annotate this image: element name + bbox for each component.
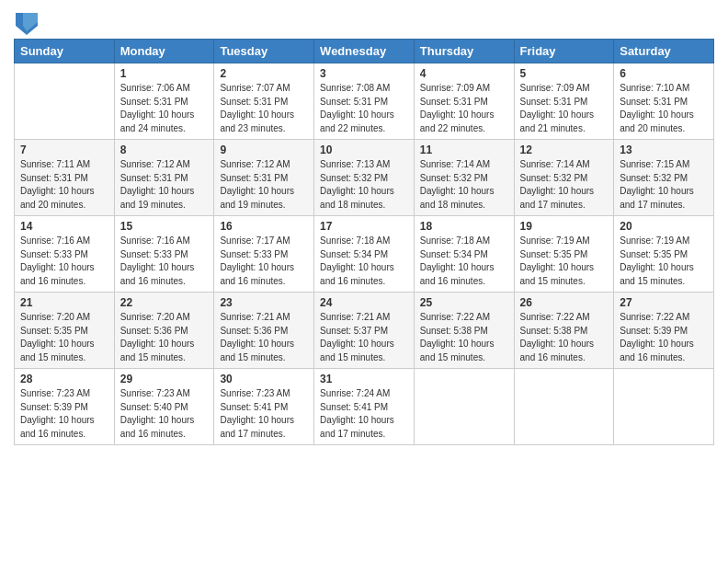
day-info: Sunrise: 7:09 AM Sunset: 5:31 PM Dayligh… [520,82,609,135]
week-row-3: 14Sunrise: 7:16 AM Sunset: 5:33 PM Dayli… [15,216,714,293]
day-info: Sunrise: 7:13 AM Sunset: 5:32 PM Dayligh… [320,158,408,212]
weekday-header-tuesday: Tuesday [214,40,314,63]
day-info: Sunrise: 7:09 AM Sunset: 5:31 PM Dayligh… [420,82,508,135]
day-info: Sunrise: 7:06 AM Sunset: 5:31 PM Dayligh… [120,82,209,135]
calendar-cell [15,63,115,140]
day-number: 16 [220,220,308,233]
day-number: 28 [20,373,108,385]
weekday-header-wednesday: Wednesday [314,40,415,63]
calendar-cell: 2Sunrise: 7:07 AM Sunset: 5:31 PM Daylig… [214,63,314,140]
calendar-cell: 9Sunrise: 7:12 AM Sunset: 5:31 PM Daylig… [214,140,314,216]
weekday-header-monday: Monday [114,40,214,63]
calendar-cell: 30Sunrise: 7:23 AM Sunset: 5:41 PM Dayli… [214,369,314,445]
day-number: 27 [620,296,708,309]
calendar-cell: 12Sunrise: 7:14 AM Sunset: 5:32 PM Dayli… [514,140,614,216]
day-number: 18 [420,220,508,233]
day-info: Sunrise: 7:19 AM Sunset: 5:35 PM Dayligh… [520,235,609,288]
day-number: 12 [520,144,609,156]
logo [14,13,38,35]
day-info: Sunrise: 7:10 AM Sunset: 5:31 PM Dayligh… [620,82,708,135]
calendar-cell: 6Sunrise: 7:10 AM Sunset: 5:31 PM Daylig… [614,63,714,140]
day-number: 4 [420,67,508,80]
day-info: Sunrise: 7:20 AM Sunset: 5:36 PM Dayligh… [120,311,209,364]
calendar-cell: 13Sunrise: 7:15 AM Sunset: 5:32 PM Dayli… [614,140,714,216]
calendar-cell: 23Sunrise: 7:21 AM Sunset: 5:36 PM Dayli… [214,293,314,369]
day-number: 6 [620,67,708,80]
day-info: Sunrise: 7:18 AM Sunset: 5:34 PM Dayligh… [320,235,408,288]
calendar-cell: 10Sunrise: 7:13 AM Sunset: 5:32 PM Dayli… [314,140,415,216]
day-info: Sunrise: 7:16 AM Sunset: 5:33 PM Dayligh… [120,235,209,288]
weekday-header-friday: Friday [514,40,614,63]
header [14,9,714,35]
calendar-cell: 28Sunrise: 7:23 AM Sunset: 5:39 PM Dayli… [15,369,115,445]
calendar-cell: 3Sunrise: 7:08 AM Sunset: 5:31 PM Daylig… [314,63,415,140]
day-number: 17 [320,220,408,233]
week-row-1: 1Sunrise: 7:06 AM Sunset: 5:31 PM Daylig… [15,63,714,140]
day-number: 29 [120,373,209,385]
weekday-header-sunday: Sunday [15,40,115,63]
day-info: Sunrise: 7:14 AM Sunset: 5:32 PM Dayligh… [520,158,609,212]
calendar-cell [514,369,614,445]
weekday-header-thursday: Thursday [414,40,514,63]
day-info: Sunrise: 7:21 AM Sunset: 5:36 PM Dayligh… [220,311,308,364]
calendar-cell: 26Sunrise: 7:22 AM Sunset: 5:38 PM Dayli… [514,293,614,369]
day-info: Sunrise: 7:23 AM Sunset: 5:41 PM Dayligh… [220,387,308,441]
day-number: 21 [20,296,108,309]
day-info: Sunrise: 7:23 AM Sunset: 5:39 PM Dayligh… [20,387,108,441]
day-number: 7 [20,144,108,156]
day-info: Sunrise: 7:19 AM Sunset: 5:35 PM Dayligh… [620,235,708,288]
day-info: Sunrise: 7:12 AM Sunset: 5:31 PM Dayligh… [220,158,308,212]
calendar-cell: 16Sunrise: 7:17 AM Sunset: 5:33 PM Dayli… [214,216,314,293]
calendar-cell: 14Sunrise: 7:16 AM Sunset: 5:33 PM Dayli… [15,216,115,293]
day-number: 30 [220,373,308,385]
calendar-cell: 5Sunrise: 7:09 AM Sunset: 5:31 PM Daylig… [514,63,614,140]
calendar-cell: 27Sunrise: 7:22 AM Sunset: 5:39 PM Dayli… [614,293,714,369]
day-info: Sunrise: 7:17 AM Sunset: 5:33 PM Dayligh… [220,235,308,288]
calendar-cell: 1Sunrise: 7:06 AM Sunset: 5:31 PM Daylig… [114,63,214,140]
day-number: 20 [620,220,708,233]
week-row-4: 21Sunrise: 7:20 AM Sunset: 5:35 PM Dayli… [15,293,714,369]
day-number: 24 [320,296,408,309]
day-info: Sunrise: 7:24 AM Sunset: 5:41 PM Dayligh… [320,387,408,441]
day-info: Sunrise: 7:23 AM Sunset: 5:40 PM Dayligh… [120,387,209,441]
week-row-5: 28Sunrise: 7:23 AM Sunset: 5:39 PM Dayli… [15,369,714,445]
calendar-cell: 25Sunrise: 7:22 AM Sunset: 5:38 PM Dayli… [414,293,514,369]
weekday-header-row: SundayMondayTuesdayWednesdayThursdayFrid… [15,40,714,63]
day-number: 31 [320,373,408,385]
day-number: 15 [120,220,209,233]
week-row-2: 7Sunrise: 7:11 AM Sunset: 5:31 PM Daylig… [15,140,714,216]
calendar-cell: 31Sunrise: 7:24 AM Sunset: 5:41 PM Dayli… [314,369,415,445]
day-info: Sunrise: 7:20 AM Sunset: 5:35 PM Dayligh… [20,311,108,364]
day-number: 23 [220,296,308,309]
day-info: Sunrise: 7:14 AM Sunset: 5:32 PM Dayligh… [420,158,508,212]
calendar-table: SundayMondayTuesdayWednesdayThursdayFrid… [14,39,714,445]
calendar-cell: 21Sunrise: 7:20 AM Sunset: 5:35 PM Dayli… [15,293,115,369]
day-number: 5 [520,67,609,80]
day-info: Sunrise: 7:22 AM Sunset: 5:38 PM Dayligh… [520,311,609,364]
day-number: 8 [120,144,209,156]
day-number: 9 [220,144,308,156]
weekday-header-saturday: Saturday [614,40,714,63]
day-info: Sunrise: 7:12 AM Sunset: 5:31 PM Dayligh… [120,158,209,212]
calendar-cell: 11Sunrise: 7:14 AM Sunset: 5:32 PM Dayli… [414,140,514,216]
calendar-cell: 15Sunrise: 7:16 AM Sunset: 5:33 PM Dayli… [114,216,214,293]
day-info: Sunrise: 7:11 AM Sunset: 5:31 PM Dayligh… [20,158,108,212]
day-info: Sunrise: 7:07 AM Sunset: 5:31 PM Dayligh… [220,82,308,135]
day-number: 19 [520,220,609,233]
calendar-cell: 29Sunrise: 7:23 AM Sunset: 5:40 PM Dayli… [114,369,214,445]
day-number: 26 [520,296,609,309]
calendar-cell: 8Sunrise: 7:12 AM Sunset: 5:31 PM Daylig… [114,140,214,216]
calendar-page: SundayMondayTuesdayWednesdayThursdayFrid… [0,0,728,563]
day-number: 11 [420,144,508,156]
day-info: Sunrise: 7:15 AM Sunset: 5:32 PM Dayligh… [620,158,708,212]
logo-icon [16,13,38,35]
day-number: 2 [220,67,308,80]
day-info: Sunrise: 7:22 AM Sunset: 5:39 PM Dayligh… [620,311,708,364]
day-info: Sunrise: 7:22 AM Sunset: 5:38 PM Dayligh… [420,311,508,364]
calendar-cell: 7Sunrise: 7:11 AM Sunset: 5:31 PM Daylig… [15,140,115,216]
calendar-cell: 20Sunrise: 7:19 AM Sunset: 5:35 PM Dayli… [614,216,714,293]
day-number: 10 [320,144,408,156]
calendar-cell: 4Sunrise: 7:09 AM Sunset: 5:31 PM Daylig… [414,63,514,140]
calendar-cell: 18Sunrise: 7:18 AM Sunset: 5:34 PM Dayli… [414,216,514,293]
calendar-cell: 22Sunrise: 7:20 AM Sunset: 5:36 PM Dayli… [114,293,214,369]
